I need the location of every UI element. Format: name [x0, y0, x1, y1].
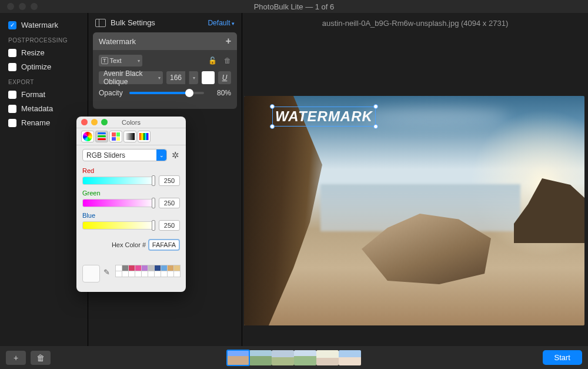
watermark-card: Watermark + T Text ▾ 🔓 🗑 Avenir Black Ob… [93, 32, 237, 109]
blue-slider[interactable] [82, 221, 155, 230]
panel-title: Bulk Settings [111, 18, 155, 27]
opacity-label: Opacity [99, 89, 126, 97]
spectrum-icon [125, 133, 135, 140]
current-color-well[interactable] [82, 265, 100, 282]
card-title: Watermark [99, 37, 136, 46]
hex-label: Hex Color # [112, 241, 146, 248]
sliders-icon [98, 132, 106, 141]
stepper-icon[interactable]: ▾ [189, 71, 198, 84]
checkbox-icon[interactable]: ✓ [8, 21, 16, 29]
checkbox-icon[interactable] [8, 91, 16, 99]
red-slider[interactable] [82, 177, 155, 185]
sidebar-item-optimize[interactable]: Optimize [7, 61, 81, 73]
colors-panel[interactable]: Colors RGB Sliders ⌄ ✲ Red 250 Green 250… [76, 117, 186, 292]
image-canvas[interactable]: WATERMARK [244, 96, 584, 325]
pencils-icon [139, 133, 149, 140]
hex-input[interactable]: FAFAFA [148, 239, 180, 251]
resize-handle[interactable] [373, 124, 378, 129]
thumbnail[interactable] [316, 350, 339, 365]
thumbnail[interactable] [249, 350, 272, 365]
minimize-icon[interactable] [91, 119, 98, 125]
slider-mode-label: RGB Sliders [86, 151, 125, 159]
sidebar-label: Metadata [21, 104, 53, 113]
sidebar-item-format[interactable]: Format [7, 88, 81, 101]
sidebar-label: Optimize [21, 62, 51, 71]
font-select[interactable]: Avenir Black Oblique ▾ [99, 71, 163, 84]
color-wheel-icon [83, 132, 92, 141]
slider-thumb[interactable] [152, 220, 155, 231]
delete-button[interactable]: 🗑 [31, 351, 51, 365]
color-wheel-tab[interactable] [81, 131, 94, 142]
checkbox-icon[interactable] [8, 119, 16, 127]
opacity-slider[interactable] [129, 92, 204, 94]
preset-dropdown[interactable]: Default [208, 19, 235, 27]
sidebar-label: Rename [21, 118, 50, 127]
swatch-grid [115, 265, 180, 277]
green-value[interactable]: 250 [159, 198, 180, 208]
resize-handle[interactable] [373, 104, 378, 109]
type-label: Text [110, 57, 122, 64]
layout-icon[interactable] [95, 19, 106, 27]
sidebar-label: Watermark [21, 21, 58, 29]
colors-titlebar[interactable]: Colors [76, 117, 186, 128]
eyedropper-icon[interactable]: ✎ [103, 265, 112, 279]
thumbnail[interactable] [272, 350, 294, 365]
red-value[interactable]: 250 [159, 175, 180, 186]
slider-thumb[interactable] [185, 89, 193, 97]
slider-mode-select[interactable]: RGB Sliders ⌄ [82, 149, 167, 161]
checkbox-icon[interactable] [8, 49, 16, 57]
sidebar-item-metadata[interactable]: Metadata [7, 102, 81, 115]
close-icon[interactable] [81, 119, 88, 125]
thumbnail[interactable] [227, 350, 249, 365]
gear-icon[interactable]: ✲ [171, 149, 180, 161]
checkbox-icon[interactable] [8, 105, 16, 113]
blue-value[interactable]: 250 [159, 220, 180, 231]
red-label: Red [82, 167, 180, 174]
blue-label: Blue [82, 212, 180, 219]
thumbnail-strip [227, 350, 361, 365]
green-label: Green [82, 190, 180, 197]
chevron-updown-icon: ⌄ [156, 149, 166, 161]
thumbnail[interactable] [339, 350, 361, 365]
sidebar-label: Format [21, 90, 45, 99]
zoom-icon[interactable] [101, 119, 108, 125]
color-sliders-tab[interactable] [95, 131, 108, 142]
thumbnail[interactable] [294, 350, 316, 365]
color-swatch[interactable] [202, 71, 215, 84]
preview-pane: austin-neill-0A_b9G-Rm6w-unsplash.jpg (4… [242, 13, 588, 346]
sidebar-item-resize[interactable]: Resize [7, 46, 81, 59]
trash-icon[interactable]: 🗑 [224, 56, 231, 65]
window-min-dot[interactable] [19, 3, 26, 10]
color-spectrum-tab[interactable] [123, 131, 136, 142]
sidebar-item-rename[interactable]: Rename [7, 117, 81, 129]
sidebar-item-watermark[interactable]: ✓ Watermark [7, 19, 81, 31]
opacity-value: 80% [208, 89, 231, 97]
add-watermark-button[interactable]: + [226, 36, 231, 46]
window-max-dot[interactable] [31, 3, 38, 10]
color-pencils-tab[interactable] [138, 131, 151, 142]
slider-thumb[interactable] [152, 175, 155, 186]
resize-handle[interactable] [270, 124, 275, 129]
bottom-toolbar: + 🗑 Start [0, 346, 588, 369]
chevron-updown-icon: ▾ [158, 75, 161, 81]
color-palette-tab[interactable] [109, 131, 122, 142]
green-slider[interactable] [82, 199, 155, 207]
watermark-text[interactable]: WATERMARK [273, 107, 375, 126]
font-label: Avenir Black Oblique [103, 69, 158, 86]
start-button[interactable]: Start [543, 350, 582, 365]
lock-icon[interactable]: 🔓 [208, 56, 217, 65]
watermark-type-select[interactable]: T Text ▾ [99, 55, 142, 67]
swatch[interactable] [173, 271, 181, 277]
font-size-input[interactable] [166, 71, 185, 84]
window-close-dot[interactable] [7, 3, 14, 10]
slider-thumb[interactable] [152, 198, 155, 208]
colors-title: Colors [122, 119, 141, 126]
checkbox-icon[interactable] [8, 63, 16, 71]
sidebar-header-post: POSTPROCESSING [8, 37, 81, 44]
palette-icon [112, 132, 120, 141]
resize-handle[interactable] [270, 104, 275, 109]
underline-button[interactable]: U [218, 71, 231, 84]
add-files-button[interactable]: + [6, 351, 26, 365]
window-title: PhotoBulk Lite — 1 of 6 [254, 2, 335, 11]
watermark-selection[interactable]: WATERMARK [272, 107, 376, 127]
